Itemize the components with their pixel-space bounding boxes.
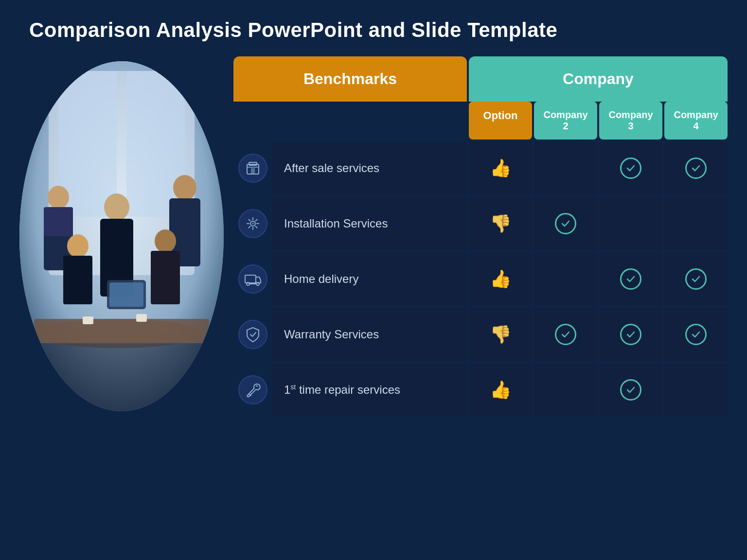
- company4-cell: [664, 197, 728, 250]
- thumbs-down-icon: 👎: [490, 324, 512, 345]
- company3-column-header: Company 3: [599, 102, 662, 140]
- svg-rect-28: [245, 275, 256, 283]
- table-area: Benchmarks Company Option Company 2 Comp…: [224, 56, 728, 417]
- row-icon-area: [233, 197, 272, 250]
- table-row: Installation Services 👎: [233, 197, 728, 250]
- thumbs-up-icon: 👍: [490, 380, 512, 400]
- row-data-cells: 👍: [469, 252, 728, 306]
- row-icon: [238, 209, 267, 238]
- svg-rect-5: [34, 319, 209, 343]
- option-cell: 👍: [469, 363, 532, 417]
- row-icon-area: [233, 363, 272, 417]
- svg-point-15: [155, 229, 176, 253]
- company2-column-header: Company 2: [534, 102, 597, 140]
- company-header: Company: [469, 56, 728, 102]
- row-data-cells: 👎: [469, 197, 728, 250]
- check-icon: [685, 158, 707, 179]
- check-icon: [620, 268, 641, 290]
- row-icon: [238, 375, 267, 404]
- row-label: Installation Services: [272, 197, 467, 250]
- company4-cell: [664, 141, 728, 195]
- company4-cell: [664, 252, 728, 306]
- svg-point-9: [173, 175, 196, 200]
- svg-point-27: [252, 223, 254, 225]
- svg-point-13: [67, 234, 89, 258]
- row-icon: [238, 320, 267, 349]
- svg-rect-19: [83, 316, 93, 324]
- company2-cell: [534, 197, 597, 250]
- table-row: Home delivery 👍: [233, 252, 728, 306]
- svg-rect-21: [19, 343, 224, 411]
- check-icon: [620, 324, 641, 345]
- thumbs-down-icon: 👎: [490, 213, 512, 234]
- svg-rect-18: [109, 282, 143, 307]
- page-title: Comparison Analysis PowerPoint and Slide…: [0, 0, 747, 56]
- svg-rect-14: [63, 256, 92, 304]
- row-label: Warranty Services: [272, 308, 467, 361]
- row-icon-area: [233, 308, 272, 361]
- benchmarks-header: Benchmarks: [233, 56, 467, 102]
- check-icon: [685, 324, 707, 345]
- circle-image: [19, 61, 224, 411]
- table-row: 1st time repair services 👍: [233, 363, 728, 417]
- row-data-cells: 👍: [469, 141, 728, 195]
- table-row: After sale services 👍: [233, 141, 728, 195]
- company4-column-header: Company 4: [664, 102, 728, 140]
- svg-point-30: [256, 282, 259, 285]
- company3-cell: [599, 363, 662, 417]
- row-label: 1st time repair services: [272, 363, 467, 417]
- check-icon: [555, 324, 576, 345]
- option-cell: 👍: [469, 252, 532, 306]
- row-data-cells: 👎: [469, 308, 728, 361]
- row-icon: [238, 264, 267, 294]
- svg-point-29: [247, 282, 249, 285]
- circle-image-inner: [19, 61, 224, 411]
- sub-header: Option Company 2 Company 3 Company 4: [233, 102, 728, 140]
- company4-cell: [664, 363, 728, 417]
- option-cell: 👎: [469, 197, 532, 250]
- option-column-header: Option: [469, 102, 532, 140]
- row-label: Home delivery: [272, 252, 467, 306]
- svg-point-11: [104, 193, 129, 221]
- company3-cell: [599, 197, 662, 250]
- svg-point-33: [256, 385, 258, 387]
- header-top: Benchmarks Company: [233, 56, 728, 102]
- svg-rect-8: [44, 207, 73, 236]
- company2-cell: [534, 141, 597, 195]
- company4-cell: [664, 308, 728, 361]
- check-icon: [620, 158, 641, 179]
- row-icon-area: [233, 141, 272, 195]
- thumbs-up-icon: 👍: [490, 269, 512, 289]
- check-icon: [555, 213, 576, 234]
- company2-cell: [534, 252, 597, 306]
- company3-cell: [599, 141, 662, 195]
- sub-spacer: [233, 102, 467, 140]
- row-icon: [238, 154, 267, 183]
- svg-rect-20: [136, 314, 147, 322]
- thumbs-up-icon: 👍: [490, 158, 512, 178]
- company3-cell: [599, 308, 662, 361]
- main-content: Benchmarks Company Option Company 2 Comp…: [0, 56, 747, 417]
- row-icon-area: [233, 252, 272, 306]
- option-cell: 👎: [469, 308, 532, 361]
- company2-cell: [534, 363, 597, 417]
- row-label: After sale services: [272, 141, 467, 195]
- option-cell: 👍: [469, 141, 532, 195]
- row-data-cells: 👍: [469, 363, 728, 417]
- company2-cell: [534, 308, 597, 361]
- svg-rect-24: [251, 168, 255, 174]
- table-row: Warranty Services 👎: [233, 308, 728, 361]
- sub-cols: Option Company 2 Company 3 Company 4: [469, 102, 728, 140]
- svg-point-6: [48, 186, 69, 209]
- check-icon: [620, 379, 641, 401]
- svg-line-32: [249, 394, 251, 396]
- svg-rect-16: [151, 251, 180, 304]
- company3-cell: [599, 252, 662, 306]
- check-icon: [685, 268, 707, 290]
- data-rows: After sale services 👍: [233, 141, 728, 417]
